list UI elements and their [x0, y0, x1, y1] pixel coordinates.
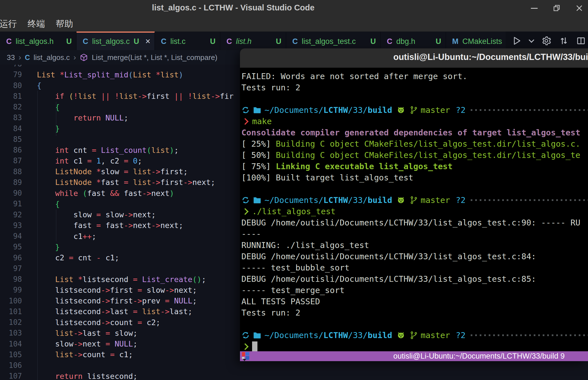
line-number: 91 [0, 200, 22, 208]
line-number: 80 [0, 81, 22, 90]
prompt-fill-dots [471, 199, 588, 201]
terminal-cursor [252, 341, 257, 351]
line-number: 98 [0, 275, 22, 283]
line-number: 101 [0, 307, 22, 316]
line-number: 106 [0, 361, 22, 370]
gear-icon [542, 36, 551, 46]
menu-item-run[interactable]: 运行 [0, 18, 20, 30]
tab-dbg.h[interactable]: Cdbg.hU [381, 32, 446, 50]
open-changes-button[interactable] [559, 36, 568, 46]
window-controls [530, 0, 583, 16]
line-number: 99 [0, 286, 22, 294]
line-number: 82 [0, 103, 22, 111]
line-number: 93 [0, 221, 22, 230]
breadcrumb-separator: › [73, 53, 76, 62]
line-number: 88 [0, 167, 22, 176]
editor-tab-bar: Clist_algos.hUClist_algos.cU×Clist.cUCli… [0, 32, 588, 50]
line-number: 81 [0, 92, 22, 100]
code-line: 107 return listsecond; [0, 371, 588, 380]
line-number: 89 [0, 178, 22, 187]
tab-list_algos_test.c[interactable]: Clist_algos_test.cU [286, 32, 381, 50]
cwd-path: /33/ [348, 195, 368, 205]
terminal-lines: FAILED: Words are not sorted after merge… [241, 71, 588, 351]
untracked-badge: U [276, 37, 282, 46]
tab-CMakeLists[interactable]: MCMakeLists [446, 32, 506, 50]
terminal-line: make [241, 116, 588, 127]
file-type-icon: C [387, 37, 392, 46]
cwd-path: ~/Documents/ [264, 105, 324, 115]
cwd-path-bold: build [368, 330, 392, 340]
cwd-path: ~/Documents/ [264, 195, 324, 205]
tab-list_algos.h[interactable]: Clist_algos.hU [0, 32, 77, 50]
github-octocat-icon [397, 106, 405, 114]
minimize-button[interactable] [530, 4, 538, 12]
breadcrumb-symbol[interactable]: List_merge(List *, List *, List_compare) [92, 53, 217, 62]
terminal-prompt-line: ~/Documents/LCTHW/33/build master ?2 [241, 330, 588, 341]
tab-list_algos.c[interactable]: Clist_algos.cU× [77, 32, 155, 50]
tab-list.h[interactable]: Clist.hU [220, 32, 286, 50]
tab-label: list.c [170, 37, 186, 46]
terminal-line [241, 341, 588, 351]
taskbar-window-label[interactable]: outisli@Li-Ubuntu:~/Documents/LCTHW/33/b… [393, 352, 565, 361]
terminal-prompt-line: ~/Documents/LCTHW/33/build master ?2 [241, 104, 588, 116]
c-file-icon: C [25, 53, 30, 62]
cwd-path-bold: LCTHW [324, 105, 348, 115]
refresh-icon [241, 331, 250, 339]
symbol-cube-icon [80, 53, 88, 62]
cwd-path: ~/Documents/ [264, 330, 324, 340]
terminal-line: Tests run: 2 [241, 307, 588, 318]
split-editor-icon [576, 36, 585, 45]
line-number: 84 [0, 124, 22, 133]
run-button[interactable] [513, 36, 521, 45]
breadcrumb-folder[interactable]: 33 [7, 53, 15, 62]
restore-icon [553, 4, 561, 12]
terminal-line: ./list_algos_test [241, 206, 588, 217]
run-icon [513, 36, 521, 45]
settings-gear-button[interactable] [542, 36, 551, 46]
split-editor-button[interactable] [576, 36, 585, 45]
restore-button[interactable] [553, 4, 561, 12]
tab-label: list.h [236, 37, 252, 46]
prompt-fill-dots [471, 109, 588, 111]
terminal-content[interactable]: FAILED: Words are not sorted after merge… [240, 68, 588, 351]
tab-list.c[interactable]: Clist.cU [155, 32, 220, 50]
terminal-line: [100%] Built target list_algos_test [241, 172, 588, 183]
line-number: 96 [0, 254, 22, 262]
file-type-icon: C [161, 37, 167, 46]
window-list-icon[interactable] [242, 352, 251, 361]
terminal-prompt-line: ~/Documents/LCTHW/33/build master ?2 [241, 195, 588, 206]
prompt-arrow-icon [242, 118, 248, 125]
git-branch-name: master [421, 330, 450, 340]
close-button[interactable] [575, 4, 583, 12]
terminal-line: Tests run: 2 [241, 82, 588, 93]
terminal-titlebar[interactable]: outisli@Li-Ubuntu:~/Documents/LCTHW/33/b… [240, 48, 588, 68]
close-tab-icon[interactable]: × [145, 36, 151, 46]
menu-item-help[interactable]: 帮助 [52, 18, 77, 30]
git-branch-name: master [421, 105, 450, 115]
line-number: 105 [0, 350, 22, 359]
editor-actions [507, 32, 588, 50]
terminal-line: DEBUG /home/outisli/Documents/LCTHW/33/l… [241, 251, 588, 262]
git-branch-icon [410, 331, 418, 339]
terminal-window: outisli@Li-Ubuntu:~/Documents/LCTHW/33/b… [240, 48, 588, 361]
line-number: 94 [0, 232, 22, 240]
breadcrumb-file[interactable]: list_algos.c [33, 53, 70, 62]
terminal-line: Consolidate compiler generated dependenc… [241, 127, 588, 138]
line-number: 83 [0, 113, 22, 122]
line-number: 104 [0, 340, 22, 348]
run-dropdown-button[interactable] [529, 40, 533, 42]
line-number: 87 [0, 157, 22, 165]
cwd-path-bold: LCTHW [324, 195, 348, 205]
menu-item-terminal[interactable]: 终端 [24, 18, 48, 30]
close-icon [575, 4, 583, 12]
line-number: 79 [0, 70, 22, 79]
terminal-line [241, 183, 588, 195]
line-number: 97 [0, 264, 22, 273]
folder-icon [253, 106, 261, 114]
indent-guide [56, 209, 56, 242]
window-titlebar[interactable]: list_algos.c - LCTHW - Visual Studio Cod… [0, 0, 588, 16]
untracked-badge: U [66, 37, 72, 46]
breadcrumb-separator: › [19, 53, 21, 62]
prompt-fill-dots [471, 334, 588, 336]
terminal-line: ----- test_bubble_sort [241, 262, 588, 273]
